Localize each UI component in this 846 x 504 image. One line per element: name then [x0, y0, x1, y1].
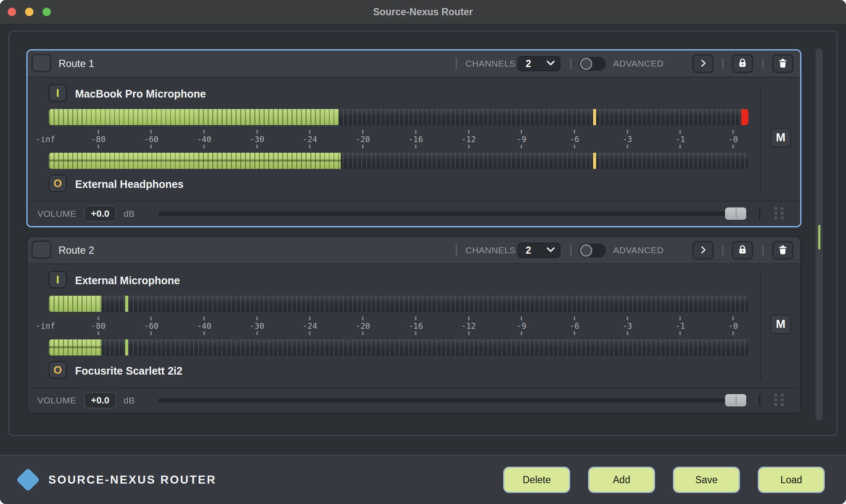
route-meters-section: I External Microphone -inf-80-60-40-30-2…	[28, 264, 800, 387]
chevron-right-icon	[698, 59, 708, 69]
expand-route-button[interactable]	[692, 54, 714, 73]
delete-button[interactable]: Delete	[503, 467, 570, 493]
scale-tick	[204, 331, 205, 335]
drag-handle-icon[interactable]	[774, 207, 784, 219]
scale-label: -12	[461, 321, 476, 330]
scale-label: -80	[91, 321, 106, 330]
scale-tick	[151, 130, 152, 134]
scale-tick	[415, 316, 416, 320]
scale-tick	[680, 331, 681, 335]
input-level-meter	[49, 109, 748, 125]
scale-tick	[309, 130, 311, 134]
scale-tick	[151, 316, 152, 320]
app-brand: SOURCE-NEXUS ROUTER	[17, 456, 216, 504]
route-select-checkbox[interactable]	[31, 54, 51, 72]
volume-slider-track[interactable]	[158, 212, 748, 216]
save-button[interactable]: Save	[673, 467, 740, 493]
scale-label: -1	[675, 134, 685, 144]
meter-peak-marker	[125, 296, 128, 312]
scale-tick	[627, 130, 628, 134]
scale-tick	[98, 145, 99, 148]
channels-label: CHANNELS	[465, 59, 515, 69]
channels-dropdown[interactable]: 2	[518, 56, 560, 71]
lock-route-button[interactable]	[732, 54, 753, 73]
lock-route-button[interactable]	[732, 241, 753, 260]
channels-value: 2	[526, 245, 531, 256]
volume-slider-thumb[interactable]	[725, 207, 746, 220]
scale-tick	[732, 316, 734, 320]
trash-icon	[778, 245, 788, 256]
scale-label: -inf	[36, 321, 55, 330]
volume-unit-label: dB	[123, 209, 135, 219]
scale-tick	[256, 145, 258, 148]
meter-fill	[49, 339, 101, 356]
scale-tick	[256, 316, 258, 320]
route-select-checkbox[interactable]	[31, 241, 51, 259]
window-title: Source-Nexus Router	[0, 0, 846, 24]
output-badge: O	[48, 174, 67, 192]
volume-value-field[interactable]: +0.0	[84, 205, 116, 222]
brand-text: SOURCE-NEXUS ROUTER	[48, 473, 216, 487]
meter-peak-marker	[593, 153, 596, 169]
trash-icon	[778, 58, 788, 70]
scale-tick	[98, 130, 99, 134]
volume-slider-thumb[interactable]	[725, 394, 746, 406]
scale-tick	[521, 331, 522, 335]
channels-dropdown[interactable]: 2	[518, 243, 560, 258]
route-title: Route 1	[59, 58, 94, 70]
scale-tick	[627, 145, 628, 148]
mute-button[interactable]: M	[770, 314, 791, 334]
scale-tick	[521, 130, 522, 134]
input-badge: I	[48, 271, 67, 288]
input-device-name: External Microphone	[75, 274, 180, 287]
output-badge: O	[48, 361, 67, 379]
scale-label: -9	[517, 134, 527, 144]
add-button[interactable]: Add	[588, 467, 655, 493]
meter-fill	[49, 153, 341, 169]
scale-tick	[415, 145, 416, 148]
scale-tick	[98, 316, 99, 320]
advanced-toggle[interactable]	[579, 57, 606, 71]
scale-tick	[362, 130, 364, 134]
delete-route-button[interactable]	[772, 54, 793, 73]
volume-slider-track[interactable]	[158, 398, 748, 403]
header-divider	[762, 245, 764, 255]
scale-tick	[574, 316, 575, 320]
scale-tick	[468, 331, 469, 335]
chevron-down-icon	[545, 244, 556, 257]
meter-section-divider	[760, 86, 761, 193]
input-device-name: MacBook Pro Microphone	[75, 88, 206, 100]
scale-label: -30	[250, 321, 264, 330]
mute-button[interactable]: M	[770, 128, 791, 148]
expand-route-button[interactable]	[692, 241, 714, 260]
toggle-knob-icon	[580, 58, 592, 70]
scale-label: -0	[728, 134, 738, 144]
meter-peak-marker	[125, 339, 128, 356]
volume-value-field[interactable]: +0.0	[84, 392, 116, 409]
diamond-logo-icon	[16, 468, 40, 492]
route-panel[interactable]: Route 1 CHANNELS 2 ADVANCED	[26, 49, 801, 227]
load-button[interactable]: Load	[758, 467, 825, 493]
delete-route-button[interactable]	[772, 241, 793, 260]
lock-icon	[737, 245, 748, 256]
advanced-toggle[interactable]	[579, 244, 606, 258]
volume-divider	[759, 208, 760, 219]
scale-tick	[680, 145, 681, 148]
scale-label: -40	[197, 321, 211, 330]
drag-handle-icon[interactable]	[774, 394, 784, 406]
footer-bar: SOURCE-NEXUS ROUTER DeleteAddSaveLoad	[0, 455, 846, 504]
channels-value: 2	[526, 58, 531, 70]
vertical-scrollbar[interactable]	[815, 48, 823, 421]
scrollbar-indicator	[818, 225, 820, 249]
scale-label: -1	[675, 321, 685, 330]
header-divider	[570, 244, 571, 256]
footer-buttons: DeleteAddSaveLoad	[503, 456, 825, 504]
scale-tick	[151, 145, 152, 148]
volume-unit-label: dB	[123, 395, 135, 406]
route-panel[interactable]: Route 2 CHANNELS 2 ADVANCED	[26, 236, 801, 414]
scale-label: -12	[461, 134, 476, 144]
meter-clip-indicator	[741, 109, 748, 125]
scale-label: -60	[144, 134, 158, 144]
output-device-name: Focusrite Scarlett 2i2	[75, 365, 182, 377]
scale-tick	[574, 145, 575, 148]
